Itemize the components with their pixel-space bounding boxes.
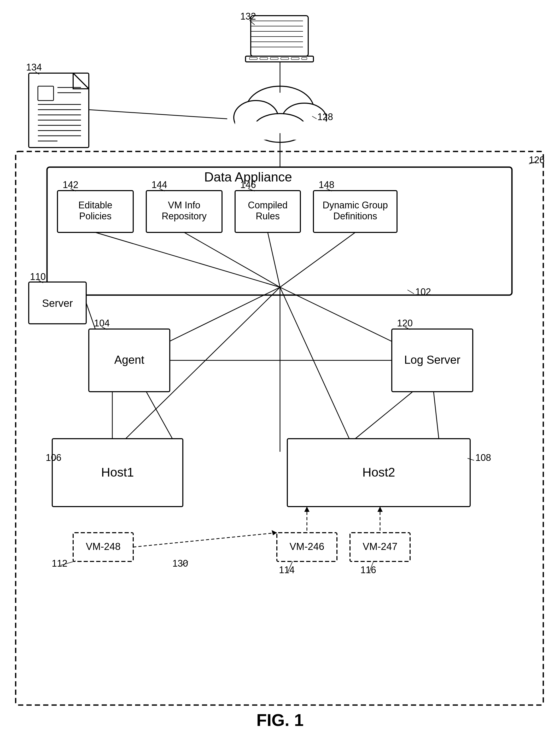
label-106: 106 <box>46 452 61 463</box>
agent-label: Agent <box>115 353 145 366</box>
label-112: 112 <box>52 558 67 569</box>
compiled-rules-label2: Rules <box>256 211 280 221</box>
label-120: 120 <box>397 318 413 328</box>
svg-rect-0 <box>251 16 308 56</box>
dynamic-group-label2: Definitions <box>333 211 377 221</box>
label-102: 102 <box>415 287 431 297</box>
svg-line-70 <box>355 392 413 439</box>
label-116: 116 <box>361 564 376 575</box>
document-icon <box>29 73 89 148</box>
host2-label: Host2 <box>362 465 395 479</box>
label-128: 128 <box>317 111 333 122</box>
label-104: 104 <box>94 318 110 328</box>
vm248-label: VM-248 <box>86 541 120 552</box>
editable-policies-label: Editable <box>79 200 112 210</box>
label-146: 146 <box>240 180 256 190</box>
label-142: 142 <box>63 180 79 190</box>
label-130: 130 <box>173 558 188 569</box>
label-134: 134 <box>26 62 42 73</box>
fig-caption: FIG. 1 <box>256 711 304 730</box>
svg-rect-19 <box>235 122 326 140</box>
vm-info-label: VM Info <box>168 200 200 210</box>
label-110: 110 <box>30 271 46 282</box>
dynamic-group-label: Dynamic Group <box>322 200 388 210</box>
server-label: Server <box>42 297 73 309</box>
svg-line-37 <box>89 110 227 119</box>
editable-policies-label2: Policies <box>79 211 112 221</box>
svg-line-71 <box>434 392 439 439</box>
log-server-label: Log Server <box>404 353 460 366</box>
label-108: 108 <box>475 452 491 463</box>
svg-line-58 <box>280 287 355 452</box>
host1-label: Host1 <box>101 465 134 479</box>
svg-marker-86 <box>304 507 310 512</box>
label-132: 132 <box>240 11 256 22</box>
compiled-rules-label: Compiled <box>248 200 287 210</box>
vm-info-label2: Repository <box>162 211 207 221</box>
svg-rect-1 <box>246 56 313 62</box>
vm246-label: VM-246 <box>289 541 324 552</box>
label-144: 144 <box>152 180 167 190</box>
svg-line-83 <box>133 533 277 547</box>
svg-marker-88 <box>377 507 383 512</box>
svg-rect-22 <box>29 73 89 148</box>
svg-line-69 <box>146 392 173 439</box>
diagram: 132 128 134 126 <box>0 0 560 745</box>
label-148: 148 <box>319 180 334 190</box>
label-114: 114 <box>279 564 294 575</box>
svg-marker-84 <box>272 530 277 535</box>
laptop-icon <box>246 16 313 62</box>
label-126: 126 <box>529 155 545 165</box>
vm247-label: VM-247 <box>363 541 397 552</box>
